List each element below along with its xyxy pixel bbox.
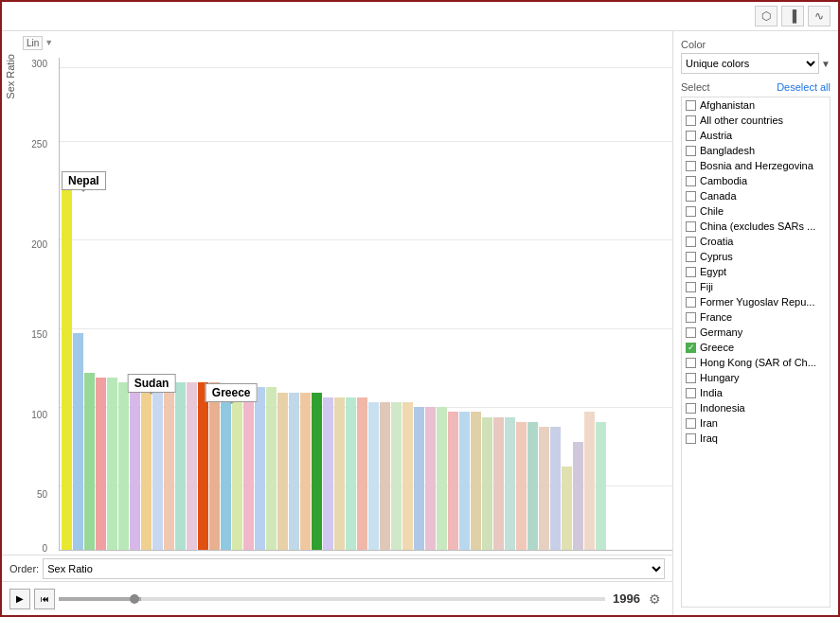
- country-checkbox[interactable]: [686, 176, 696, 186]
- bar-item[interactable]: [539, 427, 549, 550]
- country-item[interactable]: Former Yugoslav Repu...: [682, 294, 830, 309]
- bubble-chart-icon[interactable]: ⬡: [755, 6, 777, 26]
- country-item[interactable]: Austria: [682, 128, 830, 143]
- country-item[interactable]: Indonesia: [682, 400, 830, 415]
- bar-item[interactable]: [482, 417, 492, 550]
- country-checkbox[interactable]: [686, 358, 696, 368]
- country-item[interactable]: Egypt: [682, 264, 830, 279]
- bar-item[interactable]: [357, 397, 367, 550]
- country-checkbox[interactable]: [686, 115, 696, 126]
- bar-item[interactable]: [437, 407, 447, 550]
- country-checkbox[interactable]: [686, 267, 696, 277]
- country-item[interactable]: Chile: [682, 203, 830, 219]
- bar-item[interactable]: [300, 393, 311, 550]
- country-checkbox[interactable]: [686, 237, 696, 247]
- bar-item[interactable]: [459, 412, 470, 550]
- bar-item[interactable]: [255, 387, 265, 550]
- bar-item[interactable]: [209, 382, 220, 550]
- play-button[interactable]: ▶: [9, 589, 30, 609]
- bar-item[interactable]: [266, 387, 277, 550]
- bar-chart-icon[interactable]: ▐: [781, 6, 804, 26]
- country-item[interactable]: ✓Greece: [682, 340, 830, 355]
- bar-item[interactable]: [187, 382, 197, 550]
- bar-item[interactable]: [584, 412, 595, 550]
- bar-item[interactable]: [414, 407, 424, 550]
- country-checkbox[interactable]: [686, 312, 696, 323]
- country-item[interactable]: Bosnia and Herzegovina: [682, 158, 830, 173]
- bar-item[interactable]: [232, 387, 242, 550]
- bar-item[interactable]: [505, 417, 515, 550]
- bar-item[interactable]: [391, 402, 402, 550]
- color-dropdown[interactable]: Unique colors: [681, 53, 819, 74]
- country-item[interactable]: India: [682, 385, 830, 400]
- country-checkbox[interactable]: [686, 418, 696, 429]
- bar-item[interactable]: [141, 382, 152, 550]
- deselect-all-link[interactable]: Deselect all: [777, 81, 831, 93]
- country-item[interactable]: Iraq: [682, 431, 830, 446]
- country-item[interactable]: Germany: [682, 325, 830, 340]
- lin-toggle[interactable]: Lin: [23, 36, 43, 50]
- country-item[interactable]: Hungary: [682, 370, 830, 385]
- country-item[interactable]: Canada: [682, 188, 830, 203]
- settings-button[interactable]: ⚙: [644, 589, 665, 609]
- bar-item[interactable]: [323, 397, 333, 550]
- skip-back-button[interactable]: ⏮: [34, 589, 55, 609]
- bar-item[interactable]: [221, 387, 231, 550]
- bar-item[interactable]: [368, 402, 379, 550]
- bar-item[interactable]: [84, 373, 95, 550]
- bar-item[interactable]: [346, 397, 356, 550]
- country-item[interactable]: All other countries: [682, 113, 830, 128]
- country-checkbox[interactable]: [686, 252, 696, 262]
- country-checkbox[interactable]: [686, 206, 696, 217]
- bar-item[interactable]: [312, 393, 322, 550]
- country-checkbox[interactable]: ✓: [686, 343, 696, 353]
- bar-item[interactable]: [550, 427, 561, 550]
- country-checkbox[interactable]: [686, 433, 696, 444]
- country-checkbox[interactable]: [686, 191, 696, 202]
- bar-item[interactable]: [62, 181, 72, 550]
- country-checkbox[interactable]: [686, 100, 696, 111]
- country-checkbox[interactable]: [686, 297, 696, 308]
- bar-item[interactable]: [380, 402, 390, 550]
- country-item[interactable]: Fiji: [682, 279, 830, 294]
- country-item[interactable]: Cambodia: [682, 173, 830, 188]
- country-checkbox[interactable]: [686, 161, 696, 171]
- bar-item[interactable]: [448, 412, 458, 550]
- country-checkbox[interactable]: [686, 373, 696, 383]
- country-item[interactable]: Bangladesh: [682, 143, 830, 158]
- bar-item[interactable]: [289, 393, 299, 550]
- country-checkbox[interactable]: [686, 403, 696, 414]
- bar-item[interactable]: [198, 382, 208, 550]
- country-item[interactable]: Cyprus: [682, 249, 830, 264]
- bar-item[interactable]: [96, 378, 106, 550]
- bar-item[interactable]: [73, 333, 83, 550]
- country-checkbox[interactable]: [686, 388, 696, 398]
- country-item[interactable]: France: [682, 309, 830, 325]
- country-item[interactable]: China (excludes SARs ...: [682, 219, 830, 234]
- bar-item[interactable]: [334, 397, 345, 550]
- bar-item[interactable]: [118, 382, 129, 550]
- bar-item[interactable]: [277, 393, 288, 550]
- country-checkbox[interactable]: [686, 327, 696, 338]
- bar-item[interactable]: [152, 382, 163, 550]
- timeline-handle[interactable]: [130, 594, 139, 604]
- bar-item[interactable]: [175, 382, 186, 550]
- bar-item[interactable]: [516, 422, 527, 550]
- bar-item[interactable]: [573, 442, 583, 550]
- bar-item[interactable]: [596, 422, 606, 550]
- bar-item[interactable]: [471, 412, 481, 550]
- country-item[interactable]: Hong Kong (SAR of Ch...: [682, 355, 830, 370]
- bar-item[interactable]: [130, 382, 140, 550]
- bar-item[interactable]: [164, 382, 174, 550]
- bar-item[interactable]: [107, 378, 117, 550]
- bar-item[interactable]: [243, 387, 254, 550]
- bar-item[interactable]: [425, 407, 436, 550]
- bar-item[interactable]: [493, 417, 504, 550]
- line-chart-icon[interactable]: ∿: [808, 6, 831, 26]
- country-checkbox[interactable]: [686, 221, 696, 232]
- timeline-slider[interactable]: [59, 597, 605, 601]
- bar-item[interactable]: [527, 422, 538, 550]
- bar-item[interactable]: [402, 402, 413, 550]
- country-item[interactable]: Croatia: [682, 234, 830, 249]
- order-select[interactable]: Sex Ratio: [43, 558, 665, 579]
